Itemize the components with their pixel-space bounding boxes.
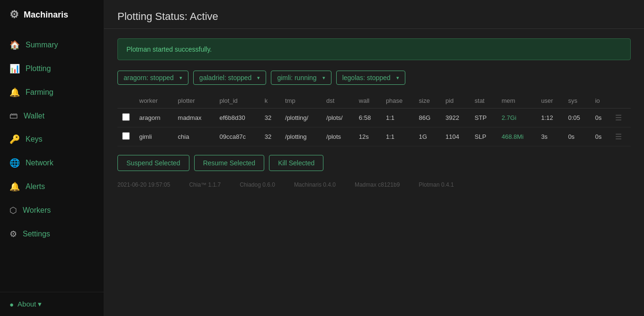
app-name: Machinaris (24, 10, 68, 20)
sidebar-item-wallet[interactable]: 🗃 Wallet (0, 104, 104, 127)
worker-label-gimli: gimli: running (277, 74, 316, 81)
about-button[interactable]: ● About ▾ (9, 300, 94, 308)
row2-dst: /plots (322, 127, 354, 146)
plot-table: worker plotter plot_id k tmp dst wall ph… (117, 93, 631, 146)
row1-plotter: madmax (173, 108, 215, 127)
kill-selected-button[interactable]: Kill Selected (269, 155, 323, 171)
row1-dst: /plots/ (322, 108, 354, 127)
footer-info: 2021-06-20 19:57:05 Chia™ 1.1.7 Chiadog … (117, 181, 631, 188)
sidebar-label-plotting: Plotting (26, 64, 51, 73)
chevron-down-icon-legolas: ▾ (396, 75, 399, 81)
row1-pid: 3922 (441, 108, 470, 127)
sidebar-item-network[interactable]: 🌐 Network (0, 151, 104, 175)
row1-stat: STP (470, 108, 497, 127)
row1-checkbox-cell (117, 108, 134, 127)
chevron-down-icon-gimli: ▾ (322, 75, 325, 81)
table-row: gimli chia 09cca87c 32 /plotting /plots … (117, 127, 631, 146)
row2-sys: 0s (564, 127, 590, 146)
row1-sys: 0:05 (564, 108, 590, 127)
row2-plotter: chia (173, 127, 215, 146)
row2-stat: SLP (470, 127, 497, 146)
col-io: io (590, 93, 610, 108)
row2-phase: 1:1 (381, 127, 414, 146)
col-wall: wall (354, 93, 381, 108)
globe-icon: 🌐 (9, 158, 20, 168)
sidebar-item-plotting[interactable]: 📊 Plotting (0, 57, 104, 81)
row1-worker: aragorn (134, 108, 173, 127)
worker-label-galadriel: galadriel: stopped (199, 74, 252, 81)
row2-plot-id: 09cca87c (215, 127, 259, 146)
worker-dropdown-aragorn[interactable]: aragorn: stopped ▾ (117, 71, 188, 85)
sidebar-item-settings[interactable]: ⚙ Settings (0, 222, 104, 246)
footer-machinaris: Machinaris 0.4.0 (294, 181, 336, 188)
sidebar-label-keys: Keys (26, 135, 43, 144)
sidebar-item-alerts[interactable]: 🔔 Alerts (0, 175, 104, 199)
col-pid: pid (441, 93, 470, 108)
row1-k: 32 (260, 108, 280, 127)
col-mem: mem (497, 93, 536, 108)
app-logo: ⚙ Machinaris (0, 0, 104, 29)
success-banner: Plotman started successfully. (117, 38, 631, 60)
row2-wall: 12s (354, 127, 381, 146)
row2-worker: gimli (134, 127, 173, 146)
footer-plotman: Plotman 0.4.1 (419, 181, 454, 188)
row2-pid: 1104 (441, 127, 470, 146)
sidebar: ⚙ Machinaris 🏠 Summary 📊 Plotting 🔔 Farm… (0, 0, 104, 316)
page-title: Plotting Status: Active (117, 10, 631, 23)
footer-chiadog: Chiadog 0.6.0 (240, 181, 275, 188)
content-area: Plotman started successfully. aragorn: s… (104, 29, 644, 198)
worker-label-aragorn: aragorn: stopped (124, 74, 174, 81)
row1-checkbox[interactable] (122, 113, 130, 121)
row2-checkbox[interactable] (122, 132, 130, 140)
log-icon-row1[interactable]: ☰ (615, 114, 622, 122)
alert-icon: 🔔 (9, 181, 20, 192)
col-log (610, 93, 631, 108)
row2-checkbox-cell (117, 127, 134, 146)
suspend-selected-button[interactable]: Suspend Selected (117, 155, 189, 171)
row1-log-cell: ☰ (610, 108, 631, 127)
sidebar-item-keys[interactable]: 🔑 Keys (0, 127, 104, 151)
sidebar-footer: ● About ▾ (0, 292, 104, 316)
footer-madmax: Madmax c8121b9 (355, 181, 400, 188)
worker-dropdown-legolas[interactable]: legolas: stopped ▾ (336, 71, 405, 85)
action-buttons: Suspend Selected Resume Selected Kill Se… (117, 155, 631, 171)
key-icon: 🔑 (9, 134, 20, 144)
col-k: k (260, 93, 280, 108)
worker-label-legolas: legolas: stopped (342, 74, 391, 81)
home-icon: 🏠 (9, 40, 20, 50)
row2-io: 0s (590, 127, 610, 146)
col-worker: worker (134, 93, 173, 108)
bell-icon: 🔔 (9, 87, 20, 98)
row1-io: 0s (590, 108, 610, 127)
row1-tmp: /plotting/ (280, 108, 322, 127)
row1-plot-id: ef6b8d30 (215, 108, 259, 127)
table-row: aragorn madmax ef6b8d30 32 /plotting/ /p… (117, 108, 631, 127)
col-plotter: plotter (173, 93, 215, 108)
col-size: size (414, 93, 441, 108)
col-sys: sys (564, 93, 590, 108)
footer-timestamp: 2021-06-20 19:57:05 (117, 181, 170, 188)
row2-mem: 468.8Mi (497, 127, 536, 146)
worker-dropdown-galadriel[interactable]: galadriel: stopped ▾ (193, 71, 267, 85)
row1-mem: 2.7Gi (497, 108, 536, 127)
chevron-down-icon-galadriel: ▾ (257, 75, 260, 81)
sidebar-item-farming[interactable]: 🔔 Farming (0, 81, 104, 104)
row2-user: 3s (537, 127, 564, 146)
table-header-row: worker plotter plot_id k tmp dst wall ph… (117, 93, 631, 108)
log-icon-row2[interactable]: ☰ (615, 133, 622, 141)
worker-dropdown-gimli[interactable]: gimli: running ▾ (271, 71, 331, 85)
workers-icon: ⬡ (9, 205, 17, 216)
col-phase: phase (381, 93, 414, 108)
row2-k: 32 (260, 127, 280, 146)
sidebar-label-workers: Workers (23, 206, 51, 215)
resume-selected-button[interactable]: Resume Selected (194, 155, 265, 171)
sidebar-item-workers[interactable]: ⬡ Workers (0, 199, 104, 222)
worker-dropdowns: aragorn: stopped ▾ galadriel: stopped ▾ … (117, 71, 631, 85)
col-tmp: tmp (280, 93, 322, 108)
sidebar-nav: 🏠 Summary 📊 Plotting 🔔 Farming 🗃 Wallet … (0, 29, 104, 292)
chevron-down-icon-aragorn: ▾ (179, 75, 182, 81)
sidebar-label-network: Network (26, 159, 54, 167)
col-dst: dst (322, 93, 354, 108)
sidebar-label-settings: Settings (23, 230, 50, 238)
sidebar-item-summary[interactable]: 🏠 Summary (0, 33, 104, 57)
